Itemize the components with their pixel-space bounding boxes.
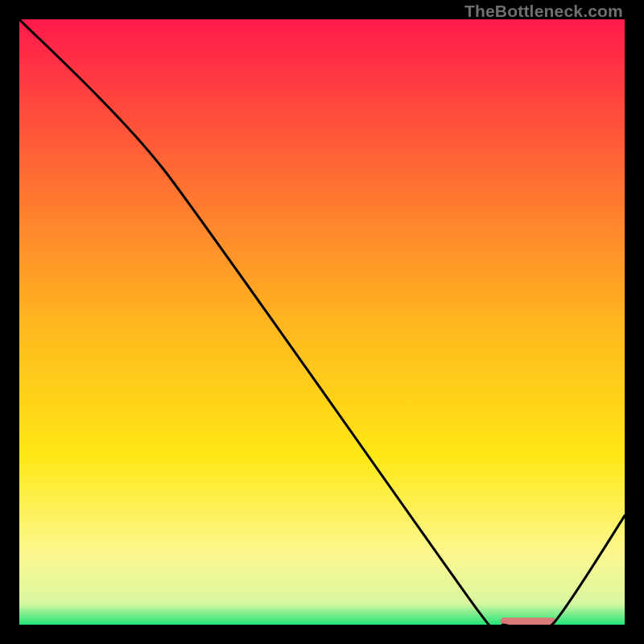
chart-frame: TheBottleneck.com [0,0,644,644]
min-marker [501,617,555,625]
chart-svg [19,19,625,625]
watermark: TheBottleneck.com [464,2,623,21]
plot-area [19,19,625,625]
